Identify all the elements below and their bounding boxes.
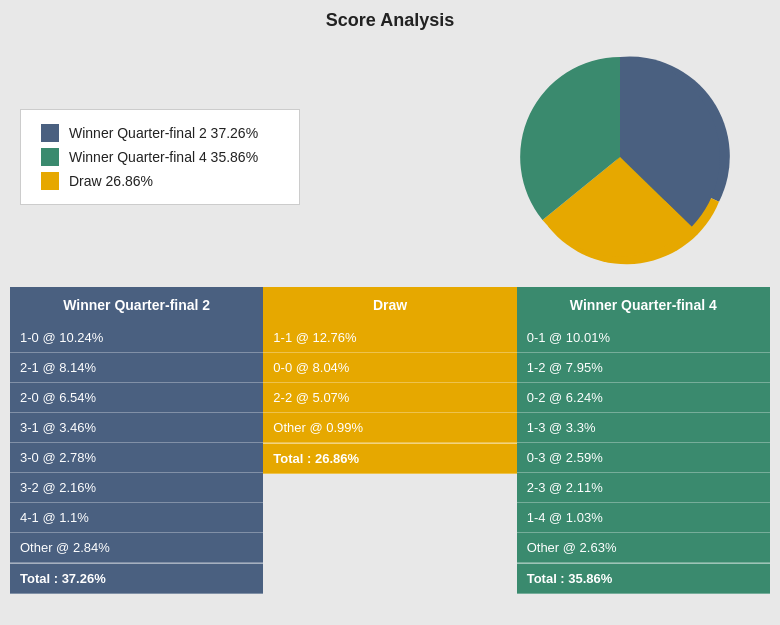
row-qf4-5: 2-3 @ 2.11%: [517, 473, 770, 503]
pie-chart: [510, 47, 730, 267]
row-draw-1: 0-0 @ 8.04%: [263, 353, 516, 383]
legend-box: Winner Quarter-final 2 37.26% Winner Qua…: [20, 109, 300, 205]
legend-label-0: Winner Quarter-final 2 37.26%: [69, 125, 258, 141]
col-qf4: Winner Quarter-final 4 0-1 @ 10.01% 1-2 …: [517, 287, 770, 594]
row-qf2-total: Total : 37.26%: [10, 563, 263, 594]
row-qf2-2: 2-0 @ 6.54%: [10, 383, 263, 413]
col-rows-qf4: 0-1 @ 10.01% 1-2 @ 7.95% 0-2 @ 6.24% 1-3…: [517, 323, 770, 594]
legend-item-0: Winner Quarter-final 2 37.26%: [41, 124, 279, 142]
row-draw-2: 2-2 @ 5.07%: [263, 383, 516, 413]
col-header-qf4: Winner Quarter-final 4: [517, 287, 770, 323]
legend-item-1: Winner Quarter-final 4 35.86%: [41, 148, 279, 166]
row-qf4-7: Other @ 2.63%: [517, 533, 770, 563]
row-qf2-6: 4-1 @ 1.1%: [10, 503, 263, 533]
score-table: Winner Quarter-final 2 1-0 @ 10.24% 2-1 …: [10, 287, 770, 594]
row-qf4-6: 1-4 @ 1.03%: [517, 503, 770, 533]
row-qf4-3: 1-3 @ 3.3%: [517, 413, 770, 443]
legend-color-2: [41, 172, 59, 190]
row-qf4-0: 0-1 @ 10.01%: [517, 323, 770, 353]
col-draw: Draw 1-1 @ 12.76% 0-0 @ 8.04% 2-2 @ 5.07…: [263, 287, 516, 594]
row-draw-0: 1-1 @ 12.76%: [263, 323, 516, 353]
page-title: Score Analysis: [10, 10, 770, 31]
legend-color-0: [41, 124, 59, 142]
row-qf2-7: Other @ 2.84%: [10, 533, 263, 563]
row-qf2-3: 3-1 @ 3.46%: [10, 413, 263, 443]
page-container: Score Analysis Winner Quarter-final 2 37…: [0, 0, 780, 604]
row-qf4-total: Total : 35.86%: [517, 563, 770, 594]
row-draw-3: Other @ 0.99%: [263, 413, 516, 443]
col-header-draw: Draw: [263, 287, 516, 323]
col-rows-draw: 1-1 @ 12.76% 0-0 @ 8.04% 2-2 @ 5.07% Oth…: [263, 323, 516, 594]
row-qf4-4: 0-3 @ 2.59%: [517, 443, 770, 473]
row-qf2-4: 3-0 @ 2.78%: [10, 443, 263, 473]
col-header-qf2: Winner Quarter-final 2: [10, 287, 263, 323]
col-qf2: Winner Quarter-final 2 1-0 @ 10.24% 2-1 …: [10, 287, 263, 594]
row-qf2-0: 1-0 @ 10.24%: [10, 323, 263, 353]
row-qf2-1: 2-1 @ 8.14%: [10, 353, 263, 383]
legend-item-2: Draw 26.86%: [41, 172, 279, 190]
top-section: Winner Quarter-final 2 37.26% Winner Qua…: [10, 47, 770, 267]
row-qf2-5: 3-2 @ 2.16%: [10, 473, 263, 503]
col-rows-qf2: 1-0 @ 10.24% 2-1 @ 8.14% 2-0 @ 6.54% 3-1…: [10, 323, 263, 594]
legend-label-2: Draw 26.86%: [69, 173, 153, 189]
row-draw-total: Total : 26.86%: [263, 443, 516, 474]
legend-color-1: [41, 148, 59, 166]
legend-label-1: Winner Quarter-final 4 35.86%: [69, 149, 258, 165]
row-qf4-1: 1-2 @ 7.95%: [517, 353, 770, 383]
row-qf4-2: 0-2 @ 6.24%: [517, 383, 770, 413]
